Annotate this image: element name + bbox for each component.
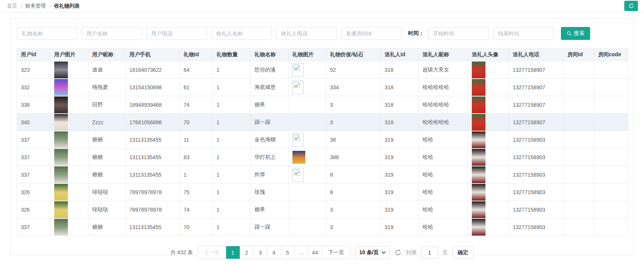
cell-room-code	[594, 79, 628, 96]
column-header-room-code: 房间code	[594, 49, 628, 61]
cell-sender-phone: 13277158907	[509, 96, 564, 114]
cell-user-avatar	[50, 149, 88, 166]
cell-user-avatar	[50, 61, 88, 79]
cell-user-nickname: 田野	[88, 96, 126, 114]
cell-gift-name: 海底城堡	[251, 79, 289, 96]
cell-user-avatar	[50, 114, 88, 131]
cell-sender-phone: 13277158903	[509, 201, 564, 218]
user-avatar-image	[54, 114, 68, 131]
cell-room-code	[594, 114, 628, 131]
sender-avatar-image	[472, 79, 485, 96]
breadcrumb-home[interactable]: 首页	[7, 3, 17, 9]
cell-gift-id: 83	[180, 149, 213, 166]
cell-user-avatar	[50, 184, 88, 201]
cell-user-phone: 17681056886	[126, 114, 180, 131]
cell-sender-id: 318	[381, 61, 419, 79]
page-refresh-button[interactable]	[624, 1, 638, 11]
prev-page-button[interactable]: 上一页	[198, 246, 226, 259]
table-row[interactable]: 338田野18948939468741糖果3318哈哈哈哈哈1327715890…	[17, 96, 628, 114]
cell-sender-nickname: 哈哈	[419, 131, 468, 149]
table-row[interactable]: 337糖糖13113135455831华灯初上388319哈哈132771589…	[17, 149, 628, 166]
table-row[interactable]: 340Zzzz17681056886701踩一踩3318哈哈哈哈哈1327715…	[17, 114, 628, 131]
cell-gift-count: 1	[213, 79, 251, 96]
cell-sender-phone: 13277158907	[509, 61, 564, 79]
column-header-user-nickname: 用户昵称	[88, 49, 126, 61]
start-time-input[interactable]	[428, 27, 489, 40]
cell-gift-image	[289, 114, 326, 131]
table-row[interactable]: 337糖糖13113135455111金色海螺38319哈哈1327715890…	[17, 131, 628, 149]
sender-avatar-image	[472, 149, 485, 166]
cell-sender-avatar	[468, 166, 509, 184]
room-id-input[interactable]	[341, 27, 402, 40]
table-row[interactable]: 337糖糖13113135455701踩一踩3319哈哈13277158903	[17, 218, 628, 236]
goto-page-input[interactable]	[421, 247, 438, 259]
cell-gift-count: 1	[213, 131, 251, 149]
chevron-down-icon	[382, 251, 386, 254]
page-button-1[interactable]: 1	[226, 246, 240, 259]
page-button-4[interactable]: 4	[267, 246, 281, 259]
cell-sender-nickname: 哈哈	[419, 149, 468, 166]
breadcrumb-section[interactable]: 财务管理	[25, 3, 46, 9]
cell-gift-image	[289, 218, 326, 236]
user-avatar-image	[54, 131, 68, 148]
user-phone-input[interactable]	[146, 27, 207, 40]
cell-room-code	[594, 184, 628, 201]
pagination-refresh-button[interactable]	[394, 249, 402, 256]
cell-user-id: 326	[17, 184, 50, 201]
cell-gift-value: 8	[326, 166, 381, 184]
column-header-gift-id: 礼物Id	[180, 49, 213, 61]
cell-gift-name: 华灯初上	[251, 149, 289, 166]
page-button-44[interactable]: 44	[308, 246, 322, 259]
page-button-3[interactable]: 3	[253, 246, 267, 259]
cell-sender-id: 319	[381, 218, 419, 236]
page-list: 12345...44	[226, 246, 322, 259]
cell-gift-id: 11	[180, 131, 213, 149]
page-size-select[interactable]: 10 条/页	[355, 246, 390, 259]
cell-sender-id: 319	[381, 166, 419, 184]
column-header-sender-id: 送礼人Id	[381, 49, 419, 61]
table-row[interactable]: 326哇哒哒78978978978751玫瑰8319哈哈13277158903	[17, 184, 628, 201]
gift-name-input[interactable]	[17, 27, 77, 40]
receiver-phone-input[interactable]	[276, 27, 337, 40]
table-body: 323迪迪18164073622641想你的液52318超级大美女1327715…	[17, 61, 628, 236]
search-button[interactable]: 搜索	[561, 27, 590, 40]
cell-user-id: 332	[17, 79, 50, 96]
next-page-button[interactable]: 下一页	[322, 246, 350, 259]
cell-gift-id: 64	[180, 61, 213, 79]
end-time-input[interactable]	[493, 27, 554, 40]
cell-gift-image	[289, 61, 326, 79]
table-row[interactable]: 337糖糖1311313545511炸弹8319哈哈13277158903	[17, 166, 628, 184]
cell-gift-value: 8	[326, 184, 381, 201]
refresh-icon	[628, 3, 634, 9]
goto-confirm-button[interactable]: 确定	[452, 247, 474, 259]
table-row[interactable]: 323迪迪18164073622641想你的液52318超级大美女1327715…	[17, 61, 628, 79]
cell-sender-nickname: 哈哈哈哈哈	[419, 114, 468, 131]
cell-room-code	[594, 96, 628, 114]
table-row[interactable]: 326哇哒哒78978978978741糖果3319哈哈13277158903	[17, 201, 628, 218]
search-button-label: 搜索	[574, 30, 584, 37]
page-button-2[interactable]: 2	[240, 246, 253, 259]
cell-user-nickname: 糖糖	[88, 131, 126, 149]
cell-sender-phone: 13277158903	[509, 184, 564, 201]
cell-sender-nickname: 超级大美女	[419, 61, 468, 79]
pagination: 共 432 条 上一页 12345...44 下一页 10 条/页 到第 页 确…	[17, 246, 627, 259]
user-avatar-image	[54, 79, 68, 96]
table-row[interactable]: 332咯拖磨13154150898611海底城堡334318哈哈哈哈哈13277…	[17, 79, 628, 96]
cell-user-nickname: 哇哒哒	[88, 184, 126, 201]
sender-avatar-image	[472, 219, 485, 236]
cell-user-nickname: 糖糖	[88, 166, 126, 184]
page-button-5[interactable]: 5	[281, 246, 294, 259]
cell-sender-id: 318	[381, 114, 419, 131]
cell-sender-avatar	[468, 96, 509, 114]
cell-gift-name: 炸弹	[251, 166, 289, 184]
user-name-input[interactable]	[82, 27, 142, 40]
cell-sender-avatar	[468, 201, 509, 218]
cell-gift-name: 踩一踩	[251, 218, 289, 236]
cell-user-phone: 78978978978	[126, 184, 180, 201]
cell-room-code	[594, 131, 628, 149]
cell-user-nickname: 迪迪	[88, 61, 126, 79]
sender-avatar-image	[472, 114, 485, 131]
receiver-name-input[interactable]	[211, 27, 272, 40]
cell-gift-image	[289, 131, 326, 149]
breadcrumb: 首页 / 财务管理 / 收礼物列表	[0, 0, 644, 13]
